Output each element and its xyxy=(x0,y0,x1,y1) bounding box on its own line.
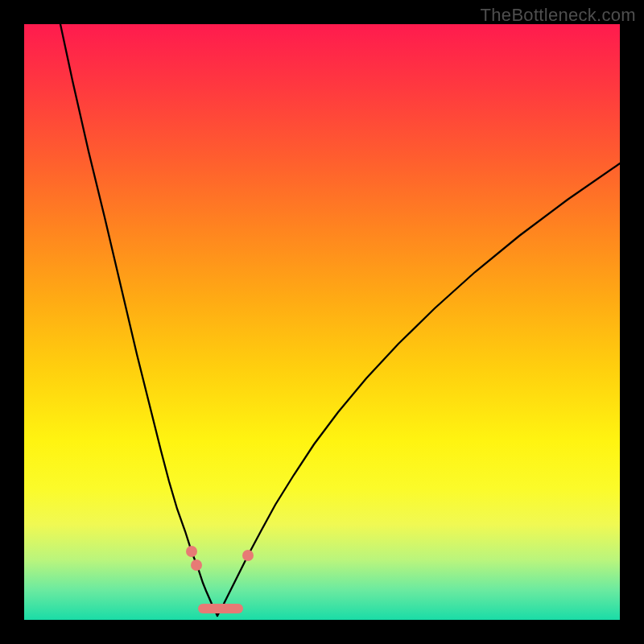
marker-group xyxy=(186,546,254,609)
watermark-text: TheBottleneck.com xyxy=(481,5,636,26)
marker-dot xyxy=(242,550,254,561)
marker-dot xyxy=(191,559,202,571)
plot-area xyxy=(24,24,620,620)
chart-frame: TheBottleneck.com xyxy=(0,0,644,644)
right-curve xyxy=(217,163,620,616)
marker-dot xyxy=(186,546,197,557)
chart-overlay xyxy=(24,24,620,620)
left-curve xyxy=(60,24,217,616)
